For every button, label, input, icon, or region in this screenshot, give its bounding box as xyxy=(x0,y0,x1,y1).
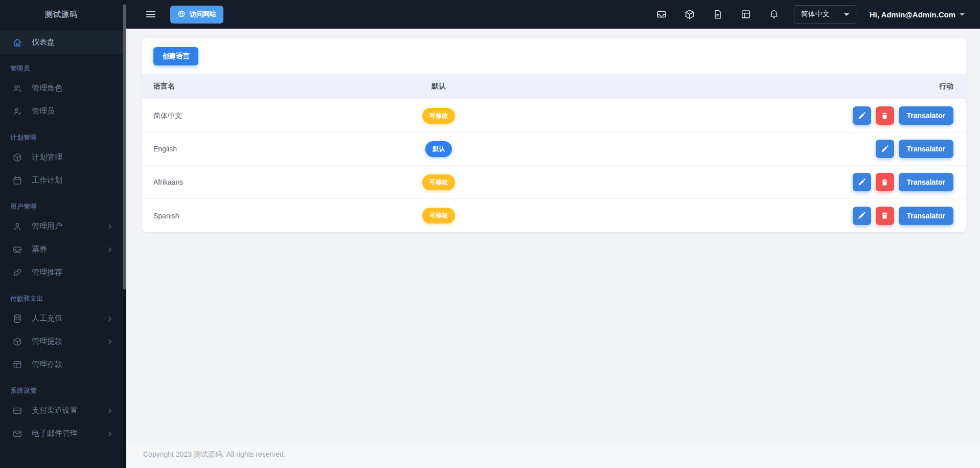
sidebar-item[interactable]: 支付渠道设置 xyxy=(0,399,123,422)
sidebar-item[interactable]: 管理角色 xyxy=(0,77,123,100)
bell-icon[interactable] xyxy=(768,9,780,20)
sidebar-section-label: 管理员 xyxy=(0,54,123,77)
visit-website-label: 访问网站 xyxy=(190,10,216,19)
sidebar-item-label: 管理用户 xyxy=(32,221,62,231)
calendar-icon xyxy=(12,175,22,186)
file-icon[interactable] xyxy=(712,9,723,20)
pencil-icon xyxy=(857,112,866,120)
sidebar-item-label: 管理存款 xyxy=(32,360,62,369)
delete-button[interactable] xyxy=(876,207,894,225)
language-selector[interactable]: 简体中文 xyxy=(794,5,856,24)
sidebar-scrollbar[interactable] xyxy=(123,0,126,468)
language-selected-label: 简体中文 xyxy=(801,10,830,19)
language-name: Afrikaans xyxy=(153,178,183,186)
chevron-right-icon xyxy=(106,315,113,322)
translator-button[interactable]: Transalator xyxy=(899,207,953,225)
sidebar-item-label: 仪表盘 xyxy=(32,37,55,47)
create-language-button[interactable]: 创建语言 xyxy=(153,47,198,65)
grid-icon xyxy=(12,360,22,370)
column-header-actions: 行动 xyxy=(554,82,966,91)
column-header-language-name: 语言名 xyxy=(142,82,324,91)
translator-button[interactable]: Transalator xyxy=(899,106,953,125)
sidebar-item-label: 管理角色 xyxy=(32,83,62,93)
sidebar-scrollbar-thumb[interactable] xyxy=(123,4,126,289)
editable-badge: 可修改 xyxy=(422,174,455,190)
sidebar-item[interactable]: 管理员 xyxy=(0,100,123,123)
editable-badge: 可修改 xyxy=(422,208,455,224)
sidebar-item[interactable]: 管理用户 xyxy=(0,215,123,238)
sidebar-item[interactable]: 仪表盘 xyxy=(0,31,123,54)
link-icon xyxy=(12,268,22,278)
column-header-default: 默认 xyxy=(324,82,554,91)
sidebar-item[interactable]: 人工充值 xyxy=(0,307,123,330)
user-icon xyxy=(12,221,22,232)
edit-button[interactable] xyxy=(853,207,871,225)
trash-icon xyxy=(880,178,889,187)
chevron-down-icon xyxy=(960,13,965,16)
chevron-right-icon xyxy=(106,223,113,230)
edit-button[interactable] xyxy=(853,173,871,191)
sidebar-item[interactable]: 电子邮件管理 xyxy=(0,422,123,445)
navbar-quick-icons xyxy=(656,9,780,20)
sidebar: 测试源码 仪表盘管理员管理角色管理员计划管理计划管理工作计划用户管理管理用户票券… xyxy=(0,0,126,468)
table-row: Spanish可修改Transalator xyxy=(142,199,966,232)
chevron-right-icon xyxy=(106,246,113,253)
translator-button[interactable]: Transalator xyxy=(899,140,953,158)
sidebar-item[interactable]: 管理推荐 xyxy=(0,261,123,284)
copyright-text: Copyright 2023 测试源码. All rights reserved… xyxy=(143,450,286,459)
edit-button[interactable] xyxy=(876,140,894,158)
sidebar-item-label: 管理提款 xyxy=(32,337,62,346)
admin-app: 测试源码 仪表盘管理员管理角色管理员计划管理计划管理工作计划用户管理管理用户票券… xyxy=(0,0,980,468)
cube-icon xyxy=(12,152,22,163)
user-greeting: Hi, Admin@Admin.Com xyxy=(870,10,955,19)
cube-icon[interactable] xyxy=(684,9,695,20)
language-name: English xyxy=(153,145,177,153)
sidebar-menu: 仪表盘管理员管理角色管理员计划管理计划管理工作计划用户管理管理用户票券管理推荐付… xyxy=(0,29,123,445)
sidebar-item-label: 工作计划 xyxy=(32,175,62,185)
default-badge: 默认 xyxy=(425,141,452,157)
chevron-right-icon xyxy=(106,430,113,437)
users-icon xyxy=(12,83,22,94)
sidebar-item[interactable]: 管理提款 xyxy=(0,330,123,353)
sidebar-item-label: 人工充值 xyxy=(32,314,62,323)
cube-icon xyxy=(12,337,22,347)
delete-button[interactable] xyxy=(876,106,894,125)
sidebar-item[interactable]: 计划管理 xyxy=(0,146,123,169)
table-row: 简体中文可修改Transalator xyxy=(142,99,966,132)
sidebar-section-label: 系统设置 xyxy=(0,376,123,399)
pencil-icon xyxy=(880,145,889,153)
sidebar-item[interactable]: 工作计划 xyxy=(0,169,123,192)
edit-button[interactable] xyxy=(853,106,871,125)
inbox-icon xyxy=(12,244,22,255)
brand-title: 测试源码 xyxy=(0,0,123,29)
table-header: 语言名 默认 行动 xyxy=(142,74,966,99)
sidebar-item-label: 支付渠道设置 xyxy=(32,406,78,415)
trash-icon xyxy=(880,211,889,220)
trash-icon xyxy=(880,112,889,120)
sidebar-item[interactable]: 票券 xyxy=(0,238,123,261)
delete-button[interactable] xyxy=(876,173,894,191)
chevron-right-icon xyxy=(106,338,113,345)
sidebar-item[interactable]: 管理存款 xyxy=(0,353,123,376)
home-icon xyxy=(12,37,22,48)
grid-icon[interactable] xyxy=(740,9,751,20)
sidebar-section-label: 计划管理 xyxy=(0,123,123,146)
menu-toggle-button[interactable] xyxy=(145,8,157,20)
hamburger-icon xyxy=(145,8,157,20)
sidebar-item-label: 管理推荐 xyxy=(32,268,62,277)
main-content: 创建语言 语言名 默认 行动 简体中文可修改TransalatorEnglish… xyxy=(126,29,980,441)
chevron-right-icon xyxy=(106,407,113,414)
chevron-down-icon xyxy=(844,13,849,16)
inbox-icon[interactable] xyxy=(656,9,667,20)
credit-card-icon xyxy=(12,406,22,416)
editable-badge: 可修改 xyxy=(422,108,455,124)
top-navbar: 访问网站 简体中文 Hi, Admin@Admin.Com xyxy=(126,0,980,29)
visit-website-button[interactable]: 访问网站 xyxy=(170,6,223,24)
sidebar-item-label: 票券 xyxy=(32,244,47,254)
user-check-icon xyxy=(12,106,22,117)
database-icon xyxy=(12,314,22,324)
language-name: Spanish xyxy=(153,212,179,220)
user-account-menu[interactable]: Hi, Admin@Admin.Com xyxy=(870,10,965,19)
translator-button[interactable]: Transalator xyxy=(899,173,953,191)
sidebar-item-label: 电子邮件管理 xyxy=(32,429,78,438)
